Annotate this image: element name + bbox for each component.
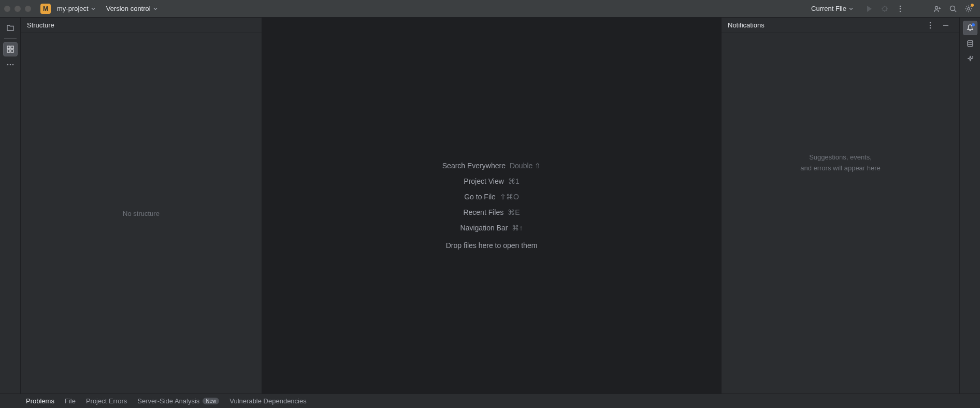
- svg-point-11: [7, 64, 8, 66]
- svg-rect-9: [7, 50, 10, 52]
- bottom-bar: Problems File Project Errors Server-Side…: [0, 394, 980, 408]
- svg-point-13: [12, 64, 13, 66]
- action-go-to-file[interactable]: Go to File ⇧⌘O: [464, 193, 519, 201]
- run-button[interactable]: [862, 2, 876, 16]
- divider: [4, 38, 17, 39]
- database-tool-button[interactable]: [963, 36, 977, 51]
- action-project-view[interactable]: Project View ⌘1: [464, 177, 519, 185]
- editor-area[interactable]: Search Everywhere Double ⇧ Project View …: [262, 18, 721, 394]
- svg-point-5: [950, 6, 955, 10]
- svg-rect-8: [11, 46, 13, 49]
- project-badge-icon: M: [40, 4, 51, 14]
- tab-vulnerable-dependencies[interactable]: Vulnerable Dependencies: [229, 397, 306, 405]
- svg-point-14: [930, 22, 931, 23]
- notifications-title: Notifications: [728, 21, 923, 29]
- tab-server-side-analysis[interactable]: Server-Side Analysis New: [137, 397, 219, 405]
- version-control-label: Version control: [106, 5, 151, 12]
- project-selector[interactable]: my-project: [54, 3, 99, 14]
- svg-point-16: [930, 27, 931, 28]
- svg-point-2: [900, 8, 901, 9]
- drop-files-hint: Drop files here to open them: [446, 241, 538, 250]
- notifications-panel: Notifications Suggestions, events, and e…: [721, 18, 959, 394]
- window-controls: [4, 6, 31, 12]
- svg-point-15: [930, 24, 931, 26]
- structure-panel: Structure No structure: [21, 18, 262, 394]
- title-bar: M my-project Version control Current Fil…: [0, 0, 980, 18]
- notifications-tool-button[interactable]: [963, 21, 977, 35]
- notifications-options-button[interactable]: [923, 18, 938, 33]
- action-recent-files[interactable]: Recent Files ⌘E: [463, 208, 520, 216]
- action-label: Project View: [464, 177, 504, 185]
- notifications-content: Suggestions, events, and errors will app…: [722, 33, 959, 394]
- svg-rect-10: [11, 50, 13, 52]
- new-badge: New: [203, 398, 219, 404]
- structure-tool-button[interactable]: [3, 42, 18, 56]
- tab-file[interactable]: File: [65, 397, 76, 405]
- search-everywhere-button[interactable]: [946, 2, 960, 16]
- action-shortcut: ⌘E: [508, 208, 520, 216]
- notifications-empty-line2: and errors will appear here: [800, 163, 881, 174]
- action-label: Navigation Bar: [460, 224, 508, 232]
- code-with-me-button[interactable]: [930, 2, 945, 16]
- tab-label: Server-Side Analysis: [137, 397, 199, 405]
- debug-button[interactable]: [877, 2, 892, 16]
- chevron-down-icon: [91, 6, 96, 11]
- structure-panel-title: Structure: [27, 21, 54, 29]
- action-search-everywhere[interactable]: Search Everywhere Double ⇧: [442, 162, 541, 170]
- structure-panel-header: Structure: [21, 18, 262, 33]
- action-shortcut: ⇧⌘O: [500, 193, 519, 201]
- svg-point-17: [968, 40, 973, 42]
- notifications-header: Notifications: [722, 18, 959, 33]
- chevron-down-icon: [848, 6, 854, 11]
- notifications-hide-button[interactable]: [939, 18, 953, 33]
- svg-rect-7: [7, 46, 10, 49]
- left-tool-stripe: [0, 18, 21, 394]
- svg-point-3: [900, 10, 901, 12]
- project-name: my-project: [57, 5, 89, 12]
- action-label: Recent Files: [463, 208, 503, 216]
- settings-button[interactable]: [961, 2, 976, 16]
- project-tool-button[interactable]: [3, 21, 18, 35]
- action-shortcut: ⌘↑: [512, 224, 523, 232]
- more-actions-button[interactable]: [893, 2, 907, 16]
- more-tools-button[interactable]: [3, 57, 18, 72]
- right-tool-stripe: [959, 18, 980, 394]
- run-config-label: Current File: [811, 5, 846, 12]
- notifications-empty-line1: Suggestions, events,: [809, 152, 872, 163]
- chevron-down-icon: [153, 6, 158, 11]
- structure-empty-text: No structure: [123, 210, 160, 217]
- action-navigation-bar[interactable]: Navigation Bar ⌘↑: [460, 224, 523, 232]
- tab-problems[interactable]: Problems: [26, 397, 54, 405]
- tab-project-errors[interactable]: Project Errors: [86, 397, 127, 405]
- svg-point-12: [9, 64, 11, 66]
- action-shortcut: Double ⇧: [510, 162, 541, 170]
- svg-point-1: [900, 5, 901, 7]
- zoom-window-icon[interactable]: [25, 6, 31, 12]
- run-config-selector[interactable]: Current File: [808, 3, 857, 14]
- svg-point-4: [935, 6, 938, 9]
- action-shortcut: ⌘1: [508, 177, 520, 185]
- close-window-icon[interactable]: [4, 6, 10, 12]
- structure-panel-content: No structure: [21, 33, 262, 394]
- version-control-menu[interactable]: Version control: [103, 3, 161, 14]
- action-label: Search Everywhere: [442, 162, 506, 170]
- title-bar-right: Current File: [808, 2, 976, 16]
- minimize-window-icon[interactable]: [15, 6, 21, 12]
- ai-assistant-tool-button[interactable]: [963, 52, 977, 66]
- svg-point-6: [968, 7, 970, 10]
- action-label: Go to File: [464, 193, 496, 201]
